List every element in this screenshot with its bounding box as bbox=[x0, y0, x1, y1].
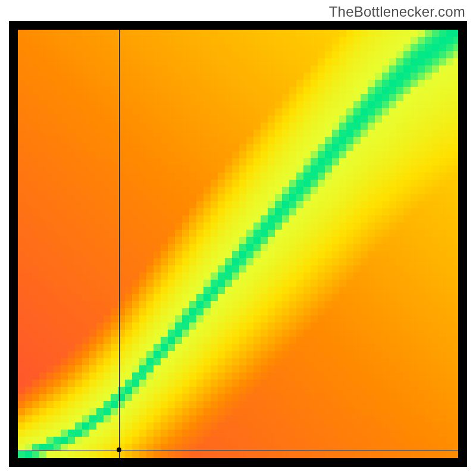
crosshair-vertical bbox=[119, 30, 120, 458]
crosshair-horizontal bbox=[18, 450, 458, 450]
plot-frame bbox=[9, 21, 467, 467]
heatmap-plot-area bbox=[18, 30, 458, 458]
crosshair-marker bbox=[117, 447, 121, 452]
watermark-text: TheBottlenecker.com bbox=[329, 4, 465, 20]
heatmap-canvas bbox=[18, 30, 458, 458]
